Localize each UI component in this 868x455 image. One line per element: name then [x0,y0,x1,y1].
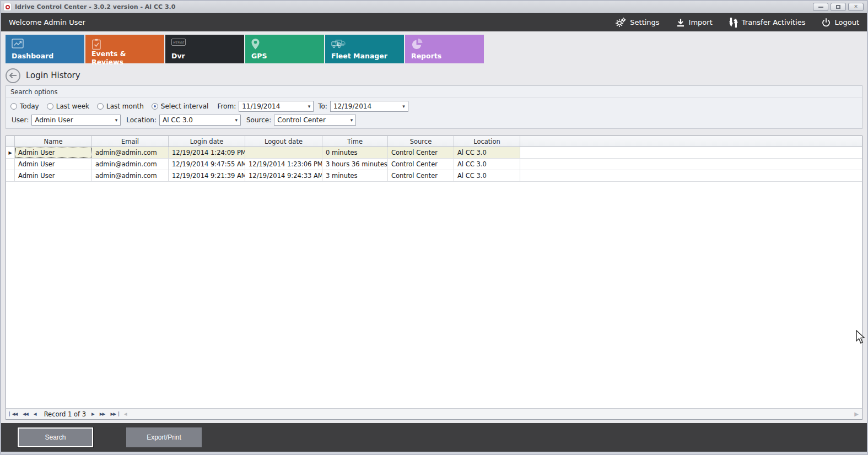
clipboard-check-icon [91,39,158,50]
radio-last-week[interactable]: Last week [47,102,89,110]
last-record-button[interactable]: ▶▶▕ [110,411,118,416]
scroll-left-icon[interactable]: ◀ [124,411,127,416]
close-button[interactable]: ✕ [848,3,864,11]
chevron-down-icon[interactable]: ▾ [348,117,356,123]
column-header-email[interactable]: Email [92,136,169,147]
location-dropdown[interactable]: Al CC 3.0 ▾ [159,115,241,126]
record-counter: Record 1 of 3 [44,410,86,418]
next-record-button[interactable]: ▶ [91,411,94,416]
cell-email[interactable]: admin@admin.com [92,170,169,181]
to-date-dropdown[interactable]: 12/19/2014 ▾ [330,101,408,112]
chevron-down-icon[interactable]: ▾ [112,117,121,123]
from-label: From: [217,102,236,110]
cell-logout-date[interactable]: 12/19/2014 1:23:06 PM [245,159,322,170]
first-record-button[interactable]: ▏◀◀ [9,411,17,416]
window-bottom-border [1,452,867,454]
minimize-button[interactable] [813,3,828,11]
table-row[interactable]: Admin User admin@admin.com 12/19/2014 9:… [6,159,862,170]
prev-record-button[interactable]: ◀ [34,411,36,416]
radio-icon [47,103,53,110]
page-title-row: Login History [6,67,862,84]
titlebar: Idrive Control Center - 3.0.2 version - … [1,1,867,13]
column-header-location[interactable]: Location [454,136,520,147]
tile-fleet-manager[interactable]: Fleet Manager [325,35,404,63]
radio-icon-checked [152,103,158,110]
cell-time[interactable]: 3 minutes [322,170,388,181]
cell-location[interactable]: Al CC 3.0 [454,170,520,181]
column-header-name[interactable]: Name [15,136,92,147]
tile-reports[interactable]: Reports [405,35,484,63]
cell-filler [520,147,862,158]
cell-logout-date[interactable]: 12/19/2014 9:24:33 AM [245,170,322,181]
to-date-value: 12/19/2014 [333,102,371,110]
tile-gps[interactable]: GPS [245,35,324,63]
tile-dashboard[interactable]: Dashboard [6,35,84,63]
tile-events-reviews[interactable]: Events & Reviews [85,35,164,63]
search-button[interactable]: Search [18,427,93,447]
main-content: Dashboard Events & Reviews MERGE Dvr [1,31,867,423]
cell-email[interactable]: admin@admin.com [92,159,169,170]
power-icon [822,18,831,27]
chevron-down-icon[interactable]: ▾ [400,104,408,109]
cell-name[interactable]: Admin User [15,147,92,158]
cell-name[interactable]: Admin User [15,170,92,181]
column-header-time[interactable]: Time [322,136,388,147]
cell-source[interactable]: Control Center [388,159,454,170]
cell-login-date[interactable]: 12/19/2014 9:47:55 AM [169,159,245,170]
search-options-panel: Search options Today Last week Last mont… [6,85,862,129]
export-print-button[interactable]: Export/Print [126,427,202,447]
cell-source[interactable]: Control Center [388,170,454,181]
column-header-logout-date[interactable]: Logout date [245,136,322,147]
tile-dvr[interactable]: MERGE Dvr [165,35,244,63]
welcome-text: Welcome Admin User [9,18,85,26]
cell-login-date[interactable]: 12/19/2014 9:21:39 AM [169,170,245,181]
app-window: Idrive Control Center - 3.0.2 version - … [0,0,868,455]
trucks-icon [331,39,398,50]
logout-button[interactable]: Logout [822,18,859,27]
from-date-dropdown[interactable]: 11/19/2014 ▾ [239,101,314,112]
next-page-button[interactable]: ▶▶ [100,411,105,416]
cell-time[interactable]: 3 hours 36 minutes [322,159,388,170]
search-options-title: Search options [6,86,862,98]
chevron-down-icon[interactable]: ▾ [305,104,314,109]
user-value: Admin User [35,116,73,124]
radio-label: Last month [106,102,144,110]
maximize-button[interactable] [831,3,846,11]
transfer-icon [729,18,738,28]
import-button[interactable]: Import [676,18,713,27]
scroll-right-icon[interactable]: ▶ [854,411,859,417]
map-pin-icon [251,39,318,50]
radio-last-month[interactable]: Last month [97,102,144,110]
cell-location[interactable]: Al CC 3.0 [454,147,520,158]
cell-logout-date[interactable] [245,147,322,158]
cell-email[interactable]: admin@admin.com [92,147,169,158]
user-dropdown[interactable]: Admin User ▾ [31,115,121,126]
chevron-down-icon[interactable]: ▾ [232,117,240,123]
location-value: Al CC 3.0 [163,116,193,124]
cell-name[interactable]: Admin User [15,159,92,170]
column-header-source[interactable]: Source [388,136,454,147]
radio-today[interactable]: Today [10,102,39,110]
transfer-activities-label: Transfer Activities [742,18,806,26]
radio-select-interval[interactable]: Select interval [152,102,209,110]
from-date-value: 11/19/2014 [242,102,280,110]
cell-filler [520,170,862,181]
cell-source[interactable]: Control Center [388,147,454,158]
cell-location[interactable]: Al CC 3.0 [454,159,520,170]
back-button[interactable] [6,68,20,83]
source-dropdown[interactable]: Control Center ▾ [274,115,356,126]
nav-tiles: Dashboard Events & Reviews MERGE Dvr [6,35,862,63]
settings-button[interactable]: Settings [616,18,659,27]
to-label: To: [318,102,327,110]
login-history-grid: Name Email Login date Logout date Time S… [6,136,862,420]
column-header-login-date[interactable]: Login date [169,136,245,147]
transfer-activities-button[interactable]: Transfer Activities [729,18,806,28]
column-header-filler [520,136,862,147]
welcome-bar: Welcome Admin User Settings [1,13,867,31]
source-label: Source: [246,116,271,124]
cell-time[interactable]: 0 minutes [322,147,388,158]
prev-page-button[interactable]: ◀◀ [23,411,28,416]
table-row[interactable]: Admin User admin@admin.com 12/19/2014 9:… [6,170,862,182]
table-row[interactable]: ▶ Admin User admin@admin.com 12/19/2014 … [6,147,862,159]
cell-login-date[interactable]: 12/19/2014 1:24:09 PM [169,147,245,158]
